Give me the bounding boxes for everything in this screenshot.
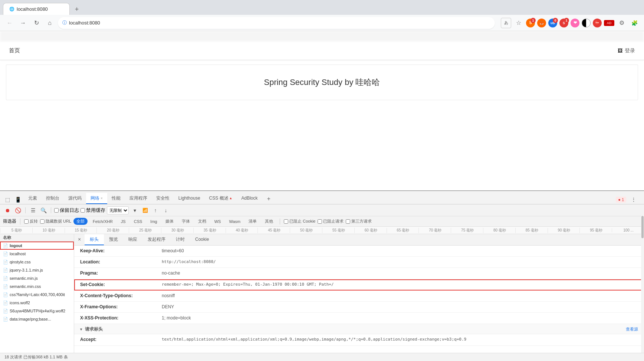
tab-sources[interactable]: 源代码 (64, 193, 86, 204)
header-tab-preview[interactable]: 预览 (104, 234, 123, 245)
refresh-button[interactable]: ↻ (31, 18, 42, 28)
export-har-button[interactable]: ↑ (151, 206, 160, 215)
header-tab-timing[interactable]: 计时 (171, 234, 190, 245)
file-name-data-image: data:image/png;base... (10, 317, 51, 321)
address-bar-input[interactable]: ⓘ localhost:8080 (58, 17, 495, 29)
tab-elements[interactable]: 元素 (24, 193, 42, 204)
tab-close-icon[interactable]: × (101, 196, 103, 200)
filter-chip-doc[interactable]: 文档 (195, 218, 209, 225)
blocked-cookies-input[interactable] (284, 219, 288, 224)
tab-application[interactable]: 应用程序 (125, 193, 152, 204)
filter-chip-manifest[interactable]: 清单 (246, 218, 260, 225)
search-button[interactable]: 🔍 (39, 206, 48, 215)
filter-chip-img[interactable]: Img (147, 219, 160, 224)
third-party-input[interactable] (346, 219, 350, 224)
checkbox-blocked-cookies[interactable]: 已阻止 Cookie (284, 219, 315, 224)
network-conditions-button[interactable]: 📶 (141, 206, 150, 215)
filter-chip-all[interactable]: 全部 (73, 218, 88, 225)
ext-icon-1[interactable]: S 1 (526, 19, 535, 27)
filter-chip-media[interactable]: 媒体 (162, 218, 177, 225)
ext-icon-6[interactable] (582, 19, 591, 27)
tab-css-overview[interactable]: CSS 概述 ▲ (205, 193, 237, 204)
checkbox-third-party[interactable]: 第三方请求 (346, 219, 372, 224)
filter-chip-ws[interactable]: WS (211, 219, 224, 224)
site-content-area (0, 105, 644, 149)
file-item-localhost[interactable]: 📄 localhost (0, 250, 74, 258)
ext-icon-2[interactable]: 🦊 (537, 19, 546, 27)
tick-19: 95 毫秒 (579, 228, 612, 233)
filter-chip-css[interactable]: CSS (131, 219, 145, 224)
site-nav-home[interactable]: 首页 (9, 47, 20, 54)
tab-performance[interactable]: 性能 (107, 193, 125, 204)
header-tab-headers[interactable]: 标头 (85, 234, 104, 245)
request-section-arrow[interactable]: ▾ (80, 327, 82, 331)
filter-chip-wasm[interactable]: Wasm (226, 219, 243, 224)
checkbox-invert[interactable]: 反转 (24, 219, 38, 224)
add-tab-button[interactable]: + (264, 194, 274, 204)
file-item-logout[interactable]: 📄 logout (0, 242, 74, 250)
ext-icon-8[interactable]: AD (604, 20, 614, 26)
preserve-log-input[interactable] (54, 208, 59, 213)
ext-icon-7[interactable]: ⛔ (593, 19, 602, 27)
file-item-css-family[interactable]: 📄 css?family=Lato:400,700,400it (0, 291, 74, 299)
preserve-log-checkbox[interactable]: 保留日志 (54, 207, 79, 214)
checkbox-hide-data-urls[interactable]: 隐藏数据 URL (40, 219, 71, 224)
disable-cache-input[interactable] (80, 208, 85, 213)
ext-icon-4[interactable]: S 1 (559, 19, 568, 27)
ai-button[interactable]: あ (501, 18, 511, 28)
file-item-jquery[interactable]: 📄 jquery-3.1.1.min.js (0, 266, 74, 274)
forward-button[interactable]: → (18, 18, 28, 28)
header-panel-close[interactable]: × (74, 234, 85, 245)
ext-icon-5[interactable]: ❤ (571, 19, 579, 27)
x-frame-row: X-Frame-Options: DENY (74, 302, 644, 313)
file-item-data-image[interactable]: 📄 data:image/png;base... (0, 315, 74, 323)
file-item-icons-woff[interactable]: 📄 icons.woff2 (0, 299, 74, 307)
file-item-qinstyle[interactable]: 📄 qinstyle.css (0, 258, 74, 266)
keep-alive-row: Keep-Alive: timeout=60 (74, 246, 644, 257)
throttle-dropdown[interactable]: ▾ (130, 206, 139, 215)
home-button[interactable]: ⌂ (45, 18, 55, 28)
throttle-select[interactable]: 无限制 (107, 206, 129, 214)
new-tab-button[interactable]: + (71, 4, 82, 15)
clear-button[interactable]: 🚫 (13, 206, 22, 215)
tab-sources-label: 源代码 (68, 195, 82, 201)
tab-network[interactable]: 网络 × (86, 193, 107, 204)
filter-chip-other[interactable]: 其他 (262, 218, 276, 225)
bookmark-button[interactable]: ☆ (513, 18, 524, 28)
tab-adblock[interactable]: AdBlock (237, 193, 262, 204)
file-item-semantic-css[interactable]: 📄 semantic.min.css (0, 282, 74, 291)
tab-security[interactable]: 安全性 (152, 193, 174, 204)
header-tab-response[interactable]: 响应 (123, 234, 142, 245)
extensions-button[interactable]: 🧩 (629, 18, 640, 28)
filter-chip-font[interactable]: 字体 (179, 218, 193, 225)
tick-11: 55 毫秒 (322, 228, 354, 233)
invert-input[interactable] (24, 219, 29, 224)
devtools-settings-button[interactable]: ⋮ (629, 195, 638, 204)
header-tab-initiator-label: 发起程序 (148, 236, 165, 243)
settings-button[interactable]: ⚙ (617, 18, 627, 28)
import-har-button[interactable]: ↓ (161, 206, 170, 215)
file-item-semantic-js[interactable]: 📄 semantic.min.js (0, 274, 74, 282)
devtools-device-button[interactable]: 📱 (13, 195, 22, 204)
record-button[interactable]: ⏺ (3, 206, 12, 215)
header-tab-initiator[interactable]: 发起程序 (142, 234, 171, 245)
filter-chip-fetch[interactable]: Fetch/XHR (90, 219, 116, 224)
file-item-s6uy[interactable]: 📄 S6uyw4BMUTPHjx4wXg.woff2 (0, 307, 74, 315)
ext-icon-3[interactable]: uB 0 (548, 19, 557, 27)
filter-chip-js[interactable]: JS (118, 219, 129, 224)
site-nav-login[interactable]: 🖼 登录 (618, 47, 635, 54)
site-login-label: 登录 (625, 47, 635, 54)
back-button[interactable]: ← (4, 18, 15, 28)
devtools-inspect-button[interactable]: ⬚ (3, 195, 12, 204)
disable-cache-checkbox[interactable]: 禁用缓存 (80, 207, 105, 214)
hide-data-input[interactable] (40, 219, 45, 224)
view-source-link[interactable]: 查看源 (626, 326, 638, 332)
tab-lighthouse[interactable]: Lighthouse (174, 193, 205, 204)
tab-console[interactable]: 控制台 (42, 193, 64, 204)
checkbox-blocked-requests[interactable]: 已阻止请求 (318, 219, 344, 224)
blocked-requests-input[interactable] (318, 219, 322, 224)
set-cookie-row: Set-Cookie: remember-me=; Max-Age=0; Exp… (74, 279, 644, 291)
header-tab-cookie[interactable]: Cookie (190, 234, 214, 245)
filter-toggle-button[interactable]: ☰ (29, 206, 37, 215)
active-tab[interactable]: 🌐 localhost:8080 (3, 3, 70, 15)
